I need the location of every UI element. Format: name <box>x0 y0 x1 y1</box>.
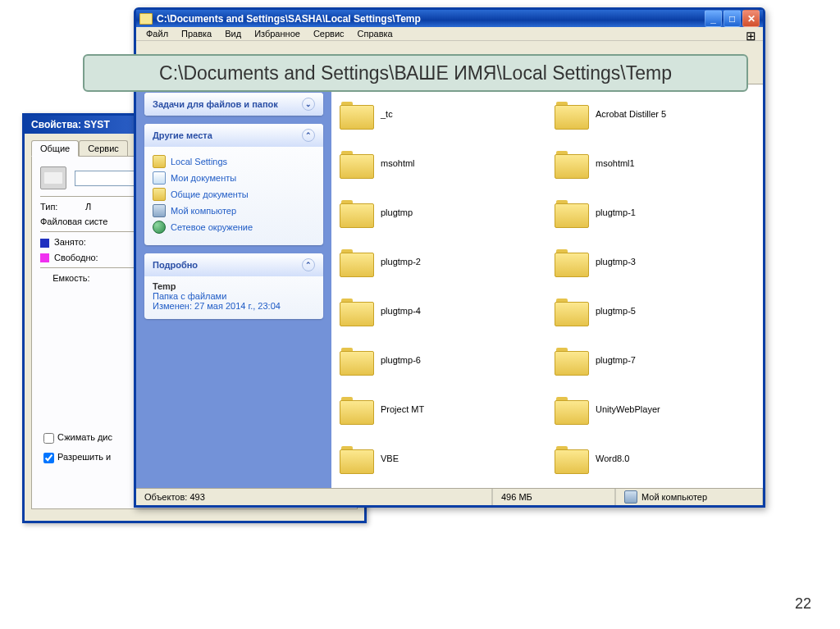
details-type: Папка с файлами <box>153 291 226 301</box>
folder-label: plugtmp-6 <box>381 355 421 365</box>
shared-docs-icon <box>153 188 166 201</box>
folder-icon <box>555 148 587 178</box>
type-value: Л <box>85 202 91 212</box>
menu-view[interactable]: Вид <box>220 27 246 40</box>
folder-label: msohtml1 <box>596 158 635 168</box>
titlebar-folder-icon <box>139 13 153 25</box>
folder-icon <box>555 444 587 473</box>
other-place-link[interactable]: Local Settings <box>153 155 315 168</box>
folder-label: plugtmp-1 <box>596 207 636 217</box>
collapse-icon[interactable]: ⌃ <box>302 129 315 142</box>
folder-icon <box>340 148 372 178</box>
tab-general[interactable]: Общие <box>31 140 79 157</box>
folder-item[interactable]: plugtmp-6 <box>336 337 543 383</box>
folder-icon <box>555 99 587 129</box>
folder-icon <box>340 345 372 375</box>
folder-icon <box>153 155 166 168</box>
folder-label: plugtmp-2 <box>381 257 421 267</box>
folder-item[interactable]: plugtmp-1 <box>551 189 758 235</box>
busy-swatch <box>40 239 49 248</box>
file-list[interactable]: _tcAcrobat Distiller 5msohtmlmsohtml1plu… <box>331 84 763 488</box>
window-title: C:\Documents and Settings\SASHA\Local Se… <box>157 13 421 25</box>
status-size: 496 МБ <box>501 492 532 502</box>
tasks-card: Задачи для файлов и папок ⌄ <box>144 93 323 116</box>
folder-icon <box>555 198 587 227</box>
details-header: Подробно <box>153 260 198 270</box>
menu-edit[interactable]: Правка <box>176 27 217 40</box>
folder-item[interactable]: plugtmp-3 <box>551 239 758 285</box>
documents-icon <box>153 171 166 185</box>
free-label: Свободно: <box>54 253 98 262</box>
folder-icon <box>340 198 372 227</box>
folder-item[interactable]: plugtmp-4 <box>336 288 543 334</box>
other-place-link[interactable]: Сетевое окружение <box>153 221 315 234</box>
menubar: Файл Правка Вид Избранное Сервис Справка… <box>136 27 763 41</box>
folder-item[interactable]: UnityWebPlayer <box>551 386 758 432</box>
other-places-header: Другие места <box>153 130 212 140</box>
windows-flag-icon: ⊞ <box>742 28 760 44</box>
folder-icon <box>340 394 372 424</box>
menu-favorites[interactable]: Избранное <box>249 27 305 40</box>
details-modified: Изменен: 27 мая 2014 г., 23:04 <box>153 301 281 311</box>
folder-label: msohtml <box>381 158 415 168</box>
free-swatch <box>40 253 49 262</box>
index-checkbox[interactable] <box>43 453 54 463</box>
tasks-header: Задачи для файлов и папок <box>153 99 278 109</box>
computer-icon <box>624 490 637 504</box>
capacity-label: Емкость: <box>52 273 89 283</box>
status-objects: Объектов: 493 <box>144 492 205 502</box>
folder-label: plugtmp-5 <box>596 306 636 316</box>
folder-icon <box>555 296 587 326</box>
type-label: Тип: <box>40 202 57 212</box>
other-place-link[interactable]: Мои документы <box>153 171 315 185</box>
maximize-button[interactable]: □ <box>724 10 741 27</box>
folder-item[interactable]: VBE <box>336 435 543 481</box>
folder-icon <box>340 444 372 473</box>
folder-item[interactable]: _tc <box>336 91 543 137</box>
folder-icon <box>340 247 372 276</box>
folder-icon <box>555 345 587 375</box>
folder-item[interactable]: msohtml <box>336 140 543 186</box>
titlebar[interactable]: C:\Documents and Settings\SASHA\Local Se… <box>136 10 763 27</box>
folder-item[interactable]: plugtmp-5 <box>551 288 758 334</box>
computer-icon <box>153 204 166 217</box>
folder-item[interactable]: msohtml1 <box>551 140 758 186</box>
folder-label: plugtmp-3 <box>596 257 636 267</box>
folder-label: plugtmp-7 <box>596 355 636 365</box>
folder-label: VBE <box>381 454 399 463</box>
folder-item[interactable]: plugtmp-7 <box>551 337 758 383</box>
menu-help[interactable]: Справка <box>353 27 398 40</box>
network-icon <box>153 221 166 234</box>
compress-checkbox[interactable] <box>43 433 54 444</box>
collapse-icon[interactable]: ⌃ <box>302 258 315 271</box>
details-card: Подробно ⌃ Temp Папка с файлами Изменен:… <box>144 253 323 319</box>
drive-icon <box>40 166 66 189</box>
folder-item[interactable]: Project MT <box>336 386 543 432</box>
statusbar: Объектов: 493 496 МБ Мой компьютер <box>136 488 763 505</box>
slide-number: 22 <box>795 595 811 613</box>
other-place-link[interactable]: Мой компьютер <box>153 204 315 217</box>
folder-icon <box>340 296 372 326</box>
task-pane: Задачи для файлов и папок ⌄ Другие места… <box>136 84 331 488</box>
other-place-link[interactable]: Общие документы <box>153 188 315 201</box>
minimize-button[interactable]: _ <box>705 10 722 27</box>
menu-file[interactable]: Файл <box>141 27 173 40</box>
folder-item[interactable]: plugtmp <box>336 189 543 235</box>
busy-label: Занято: <box>54 237 86 247</box>
folder-label: Word8.0 <box>596 454 629 463</box>
path-banner: C:\Documents and Settings\ВАШЕ ИМЯ\Local… <box>83 54 748 92</box>
folder-label: Acrobat Distiller 5 <box>596 109 666 119</box>
folder-icon <box>340 99 372 129</box>
expand-icon[interactable]: ⌄ <box>302 98 315 111</box>
menu-tools[interactable]: Сервис <box>308 27 349 40</box>
close-button[interactable]: ✕ <box>742 10 760 27</box>
folder-item[interactable]: Acrobat Distiller 5 <box>551 91 758 137</box>
folder-item[interactable]: plugtmp-2 <box>336 239 543 285</box>
status-location: Мой компьютер <box>641 492 707 502</box>
tab-service[interactable]: Сервис <box>79 140 128 156</box>
folder-icon <box>555 247 587 276</box>
folder-label: Project MT <box>381 404 424 414</box>
folder-label: plugtmp <box>381 207 413 217</box>
folder-label: UnityWebPlayer <box>596 404 660 414</box>
folder-item[interactable]: Word8.0 <box>551 435 758 481</box>
